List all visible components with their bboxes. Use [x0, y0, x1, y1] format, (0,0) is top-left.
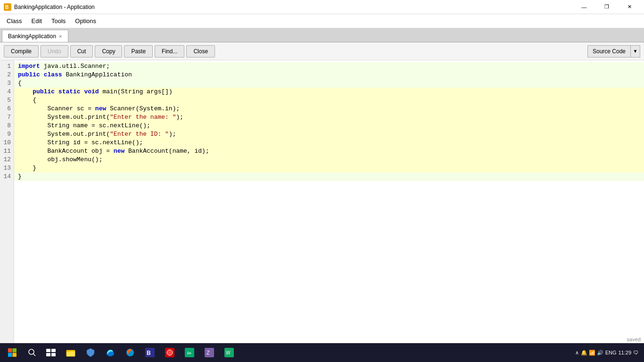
- svg-rect-5: [13, 353, 17, 357]
- notification-icon[interactable]: 🗨: [633, 350, 638, 355]
- svg-rect-11: [51, 353, 56, 356]
- close-editor-button[interactable]: Close: [186, 45, 215, 58]
- code-line-5: {: [14, 96, 644, 105]
- code-line-3: {: [14, 79, 644, 88]
- dropdown-arrow-icon[interactable]: ▼: [630, 46, 640, 57]
- tray-icons: ∧ 🔔 📶 🔊: [575, 350, 603, 356]
- source-code-label: Source Code: [588, 48, 630, 55]
- svg-rect-14: [66, 350, 70, 352]
- code-line-7: System.out.print("Enter the name: ");: [14, 113, 644, 122]
- window-title: BankingApplication - Application: [14, 4, 573, 10]
- menu-options[interactable]: Options: [70, 16, 101, 26]
- menu-class[interactable]: Class: [2, 16, 27, 26]
- code-line-1: import java.util.Scanner;: [14, 62, 644, 71]
- svg-point-20: [167, 350, 173, 355]
- start-button[interactable]: [2, 343, 23, 362]
- copy-button[interactable]: Copy: [95, 45, 122, 58]
- app2-button[interactable]: [160, 343, 179, 362]
- source-code-dropdown[interactable]: Source Code ▼: [587, 45, 640, 58]
- toolbar: Compile Undo Cut Copy Paste Find... Clos…: [0, 42, 644, 60]
- code-line-13: }: [14, 164, 644, 173]
- security-button[interactable]: [81, 343, 100, 362]
- saved-status: saved.: [627, 337, 642, 342]
- maximize-button[interactable]: ❐: [596, 0, 618, 14]
- tab-close-button[interactable]: ×: [59, 33, 62, 39]
- code-content[interactable]: import java.util.Scanner; public class B…: [14, 60, 644, 343]
- code-line-6: Scanner sc = new Scanner(System.in);: [14, 105, 644, 113]
- code-line-4: public static void main(String args[]): [14, 88, 644, 96]
- cut-button[interactable]: Cut: [70, 45, 93, 58]
- svg-point-6: [29, 349, 34, 354]
- window-controls: — ❐ ✕: [573, 0, 640, 14]
- language-indicator: ENG: [605, 350, 617, 355]
- app-icon: B: [4, 3, 11, 11]
- undo-button[interactable]: Undo: [41, 45, 68, 58]
- svg-text:B: B: [147, 350, 151, 356]
- title-bar: B BankingApplication - Application — ❐ ✕: [0, 0, 644, 14]
- line-numbers: 1 2 3 4 5 6 7 8 9 10 11 12 13 14: [0, 60, 14, 343]
- svg-rect-8: [46, 349, 50, 352]
- svg-text:Z: Z: [206, 350, 210, 355]
- svg-text:B: B: [5, 5, 8, 10]
- svg-text:⌲: ⌲: [187, 350, 191, 355]
- code-line-10: String id = sc.nextLine();: [14, 139, 644, 147]
- svg-rect-2: [8, 348, 12, 353]
- svg-text:W: W: [226, 350, 231, 355]
- compile-button[interactable]: Compile: [4, 45, 39, 58]
- svg-rect-9: [51, 349, 56, 352]
- svg-rect-13: [66, 352, 75, 356]
- close-button[interactable]: ✕: [619, 0, 640, 14]
- code-line-9: System.out.print("Enter the ID: ");: [14, 130, 644, 139]
- app3-button[interactable]: ⌲: [180, 343, 199, 362]
- menu-edit[interactable]: Edit: [27, 16, 47, 26]
- code-line-8: String name = sc.nextLine();: [14, 122, 644, 130]
- editor-area[interactable]: 1 2 3 4 5 6 7 8 9 10 11 12 13 14 import …: [0, 60, 644, 343]
- minimize-button[interactable]: —: [573, 0, 595, 14]
- edge-button[interactable]: [101, 343, 120, 362]
- svg-rect-3: [13, 348, 17, 353]
- code-line-12: obj.showMenu();: [14, 156, 644, 164]
- file-explorer-button[interactable]: [61, 343, 80, 362]
- find-button[interactable]: Find...: [155, 45, 184, 58]
- taskview-button[interactable]: [41, 343, 60, 362]
- taskbar-search-button[interactable]: [24, 344, 41, 361]
- menu-bar: Class Edit Tools Options: [0, 14, 644, 28]
- menu-tools[interactable]: Tools: [47, 16, 70, 26]
- firefox-button[interactable]: [121, 343, 140, 362]
- tab-banking-application[interactable]: BankingApplication ×: [2, 30, 68, 42]
- taskbar: B ⌲ Z W ∧ 🔔 📶 🔊 ENG 11:29 🗨: [0, 343, 644, 362]
- app5-button[interactable]: W: [220, 343, 239, 362]
- paste-button[interactable]: Paste: [124, 45, 153, 58]
- app1-button[interactable]: B: [140, 343, 159, 362]
- system-tray: ∧ 🔔 📶 🔊 ENG 11:29 🗨: [571, 350, 642, 356]
- svg-line-7: [33, 354, 36, 356]
- code-line-11: BankAccount obj = new BankAccount(name, …: [14, 147, 644, 156]
- tab-bar: BankingApplication ×: [0, 28, 644, 42]
- code-line-14: }: [14, 173, 644, 181]
- tab-label: BankingApplication: [8, 33, 56, 40]
- svg-rect-4: [8, 353, 12, 357]
- clock: 11:29: [618, 350, 631, 355]
- app4-button[interactable]: Z: [200, 343, 219, 362]
- code-line-2: public class BankingApplication: [14, 71, 644, 79]
- svg-rect-10: [46, 353, 50, 356]
